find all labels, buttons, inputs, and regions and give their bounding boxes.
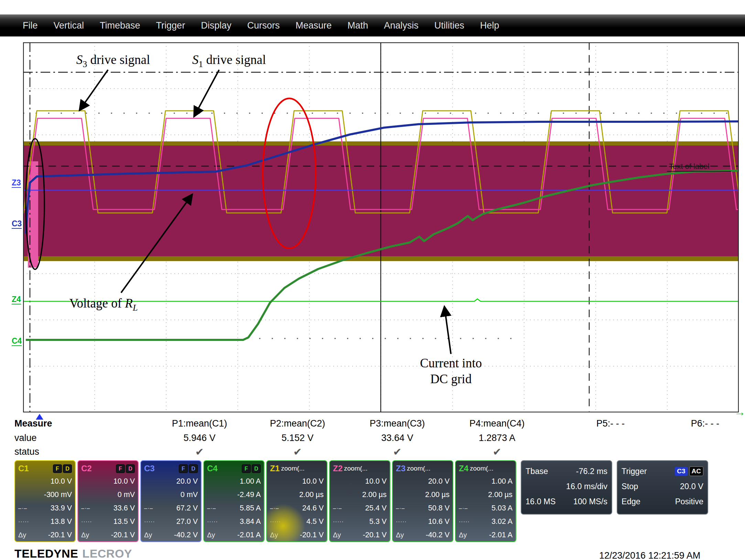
zoom-box-z1[interactable]: Z1zoom(... 10.0 V 2.00 µs –·–24.6 V ····…: [266, 460, 327, 542]
menu-item-math[interactable]: Math: [347, 20, 368, 31]
measure-value-p4: 1.2873 A: [459, 433, 535, 443]
delta-y-value: -2.01 A: [237, 528, 261, 542]
sample-count: 16.0 MS: [526, 494, 556, 509]
measure-param-p2[interactable]: P2:mean(C2): [260, 418, 335, 429]
menu-item-timebase[interactable]: Timebase: [100, 20, 140, 31]
cursor1-value: 24.6 V: [302, 502, 324, 515]
delta-y-label: Δy: [207, 528, 215, 542]
delta-y-label: Δy: [18, 528, 26, 542]
oscilloscope-screen: File Vertical Timebase Trigger Display C…: [0, 0, 745, 560]
dashdot-cursor-icon: –·–: [18, 502, 27, 515]
trigger-mode: Stop: [622, 479, 638, 494]
delta-y-label: Δy: [81, 528, 89, 542]
sample-rate: 100 MS/s: [573, 494, 607, 509]
channel-box-c4[interactable]: C4 FD 1.00 A -2.49 A –·–5.85 A ·····3.84…: [203, 460, 264, 542]
menu-item-vertical[interactable]: Vertical: [54, 20, 84, 31]
zoom-box-z4[interactable]: Z4zoom(... 1.00 A 2.00 µs –·–5.03 A ····…: [455, 460, 516, 542]
z4-marker[interactable]: Z4: [12, 295, 21, 304]
channel-box-c1[interactable]: C1 FD 10.0 V -300 mV –·–33.9 V ·····13.8…: [14, 460, 76, 542]
zoom-box-z3[interactable]: Z3zoom(... 20.0 V 2.00 µs –·–50.8 V ····…: [392, 460, 453, 542]
menu-bar: File Vertical Timebase Trigger Display C…: [0, 14, 745, 36]
d-indicator-icon: D: [189, 464, 198, 473]
measure-param-p4[interactable]: P4:mean(C4): [459, 418, 535, 429]
dotted-cursor-icon: ·····: [396, 515, 407, 528]
measure-param-p3[interactable]: P3:mean(C3): [359, 418, 435, 429]
dashdot-cursor-icon: –·–: [207, 502, 216, 515]
amps-per-div: 1.00 A: [207, 475, 261, 488]
trace-text-label[interactable]: Text of label: [669, 162, 709, 171]
menu-item-utilities[interactable]: Utilities: [434, 20, 464, 31]
channel-label: C4: [207, 464, 218, 473]
dotted-cursor-icon: ·····: [459, 515, 470, 528]
svg-text:Current into: Current into: [420, 356, 482, 370]
descriptor-row: C1 FD 10.0 V -300 mV –·–33.9 V ·····13.8…: [14, 460, 708, 542]
measure-value-p3: 33.64 V: [359, 433, 435, 443]
z3-marker[interactable]: Z3: [12, 179, 21, 188]
delta-y-label: Δy: [459, 528, 467, 542]
zoom-function: zoom(...: [470, 465, 512, 472]
delta-y-value: -20.1 V: [48, 528, 72, 542]
cursor1-value: 5.03 A: [492, 502, 512, 515]
menu-item-display[interactable]: Display: [201, 20, 231, 31]
timebase-offset: -76.2 ms: [576, 464, 607, 479]
cursor1-value: 33.6 V: [114, 502, 135, 515]
c4-marker[interactable]: C4: [12, 337, 22, 346]
svg-text:DC grid: DC grid: [430, 372, 472, 386]
trigger-slope: Positive: [675, 494, 703, 509]
time-per-div: 2.00 µs: [270, 488, 324, 502]
volts-per-div: 10.0 V: [81, 475, 135, 488]
timebase-label: Tbase: [526, 464, 548, 479]
dotted-cursor-icon: ·····: [81, 515, 92, 528]
cursor1-value: 67.2 V: [176, 502, 198, 515]
svg-text:S1 drive signal: S1 drive signal: [192, 53, 266, 69]
timeline-arrow-icon: →: [734, 405, 745, 419]
delta-y-value: -40.2 V: [426, 528, 450, 542]
time-per-div: 2.00 µs: [459, 488, 512, 502]
cursor1-value: 5.85 A: [240, 502, 261, 515]
zoom-label: Z2: [333, 464, 343, 473]
dotted-cursor-icon: ·····: [333, 515, 344, 528]
measure-value-p1: 5.946 V: [162, 433, 237, 443]
menu-item-trigger[interactable]: Trigger: [156, 20, 185, 31]
measure-status-p3: ✔: [359, 446, 435, 458]
dashdot-cursor-icon: –·–: [396, 502, 405, 515]
brand-lecroy: LECROY: [82, 547, 132, 560]
measure-param-p1[interactable]: P1:mean(C1): [162, 418, 237, 429]
channel-box-c2[interactable]: C2 FD 10.0 V 0 mV –·–33.6 V ·····13.5 V …: [77, 460, 139, 542]
time-per-div: 16.0 ms/div: [566, 479, 607, 494]
measure-row-label: Measure: [14, 418, 52, 429]
delta-y-label: Δy: [144, 528, 152, 542]
cursor2-value: 3.84 A: [240, 515, 261, 528]
menu-item-cursors[interactable]: Cursors: [247, 20, 280, 31]
measure-param-p6[interactable]: P6:- - -: [667, 418, 743, 429]
volts-per-div: 10.0 V: [18, 475, 72, 488]
channel-label: C2: [81, 464, 92, 473]
measure-status-p4: ✔: [459, 446, 535, 458]
measure-param-p5[interactable]: P5:- - -: [573, 418, 648, 429]
zoom-label: Z3: [396, 464, 406, 473]
dotted-cursor-icon: ·····: [207, 515, 218, 528]
volts-per-div: 20.0 V: [144, 475, 198, 488]
channel-box-c3[interactable]: C3 FD 20.0 V 0 mV –·–67.2 V ·····27.0 V …: [140, 460, 202, 542]
menu-item-file[interactable]: File: [23, 20, 38, 31]
offset-value: -2.49 A: [207, 488, 261, 502]
trigger-box[interactable]: Trigger C3AC Stop20.0 V EdgePositive: [617, 460, 708, 515]
waveform-display[interactable]: Text of label S3 drive signal S1 drive s…: [23, 42, 739, 412]
menu-item-help[interactable]: Help: [480, 20, 499, 31]
cursor2-value: 4.5 V: [306, 515, 324, 528]
zoom-box-z2[interactable]: Z2zoom(... 10.0 V 2.00 µs –·–25.4 V ····…: [329, 460, 390, 542]
delta-y-value: -2.01 A: [489, 528, 512, 542]
status-row-label: status: [14, 446, 39, 457]
cursor2-value: 13.5 V: [114, 515, 135, 528]
menu-item-analysis[interactable]: Analysis: [384, 20, 419, 31]
timebase-box[interactable]: Tbase-76.2 ms 16.0 ms/div 16.0 MS100 MS/…: [521, 460, 612, 515]
c3-marker[interactable]: C3: [12, 219, 22, 229]
menu-item-measure[interactable]: Measure: [295, 20, 332, 31]
cursor2-value: 27.0 V: [176, 515, 198, 528]
zoom-function: zoom(...: [281, 465, 324, 472]
f-indicator-icon: F: [53, 464, 62, 473]
dashdot-cursor-icon: –·–: [459, 502, 468, 515]
delta-y-value: -20.1 V: [111, 528, 135, 542]
dotted-cursor-icon: ·····: [18, 515, 29, 528]
d-indicator-icon: D: [63, 464, 72, 473]
